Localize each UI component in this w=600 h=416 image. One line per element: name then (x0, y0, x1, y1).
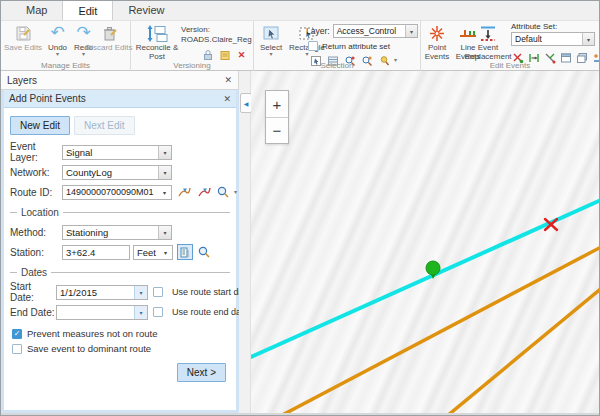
prevent-measures-option: ✓ Prevent measures not on route (12, 328, 230, 339)
versioning-tools: ✕ (201, 48, 248, 61)
station-row: Station: Feet ▾ (10, 244, 230, 260)
station-label: Station: (10, 247, 62, 258)
undo-button[interactable]: ↶ Undo ▾ (45, 23, 70, 57)
discard-edits-button[interactable]: Discard Edits (88, 23, 130, 52)
next-button[interactable]: Next > (177, 363, 226, 382)
post-version-icon[interactable] (218, 48, 231, 61)
next-edit-button[interactable]: Next Edit (74, 116, 135, 135)
end-date-label: End Date: (10, 307, 56, 318)
group-selection: Select ▾ Rectangle ▾ Layer: Access_Contr… (254, 21, 421, 71)
add-point-events-pane: Add Point Events ✕ New Edit Next Edit Ev… (1, 90, 239, 413)
save-edits-button[interactable]: Save Edits (2, 23, 44, 52)
ribbon: Save Edits ↶ Undo ▾ ↷ Redo ▾ Discard Edi… (1, 21, 599, 71)
network-select[interactable]: CountyLog ▾ (62, 165, 172, 180)
layer-dropdown[interactable]: Access_Control ▾ (333, 24, 418, 38)
selection-layer-field: Layer: Access_Control ▾ (306, 24, 418, 38)
method-select[interactable]: Stationing ▾ (62, 225, 172, 240)
app-window: Map Edit Review Save Edits ↶ Undo ▾ ↷ Re… (0, 0, 600, 416)
select-route-on-map-icon[interactable] (176, 184, 192, 200)
version-value: ROADS.Claire_Reg (181, 35, 252, 45)
group-label-versioning: Versioning (131, 61, 253, 70)
pane-title: Add Point Events (9, 93, 86, 104)
next-row: Next > (10, 363, 226, 382)
dropdown-icon: ▾ (582, 33, 594, 45)
zoom-out-button[interactable]: − (266, 117, 288, 143)
event-replacement-icon (477, 23, 499, 43)
unlock-icon[interactable] (201, 48, 214, 61)
add-point-events-header: Add Point Events ✕ (4, 90, 236, 108)
reconcile-post-icon (146, 23, 168, 43)
route-id-row: Route ID: 14900000700090M01 ▾ ▾ (10, 184, 230, 200)
dropdown-icon: ▾ (158, 146, 171, 159)
event-replacement-button[interactable]: Event Replacement (465, 23, 511, 61)
dropdown-icon: ▾ (159, 246, 172, 259)
location-section-label: Location (10, 207, 230, 218)
group-label-selection: Selection (254, 61, 420, 70)
point-events-button[interactable]: Point Events (422, 23, 452, 61)
save-dominant-checkbox[interactable]: ✓ (12, 344, 22, 354)
zoom-route-dropdown-icon[interactable]: ▾ (234, 190, 237, 195)
event-layer-select[interactable]: Signal ▾ (62, 145, 172, 160)
delete-version-icon[interactable]: ✕ (235, 48, 248, 61)
save-icon (14, 23, 33, 43)
save-dominant-label: Save event to dominant route (27, 343, 151, 354)
attribute-set-label: Attribute Set: (511, 22, 557, 31)
method-label: Method: (10, 227, 62, 238)
pane-gutter (239, 71, 251, 413)
zoom-in-button[interactable]: + (266, 91, 288, 117)
prevent-measures-checkbox[interactable]: ✓ (12, 329, 22, 339)
station-input[interactable] (62, 245, 130, 260)
station-unit-select[interactable]: Feet ▾ (133, 245, 173, 260)
select-dropdown-icon[interactable]: ▾ (269, 52, 272, 57)
dropdown-icon: ▾ (158, 226, 171, 239)
route-line-orange-2[interactable] (441, 287, 599, 413)
layers-pane-header: Layers ✕ (1, 71, 239, 90)
pane-close-icon[interactable]: ✕ (223, 94, 231, 104)
dropdown-icon: ▾ (134, 306, 147, 319)
return-attribute-set[interactable]: ✓ Return attribute set (308, 41, 390, 51)
map-graphics (251, 71, 599, 413)
attribute-set-dropdown[interactable]: Default ▾ (511, 32, 595, 46)
undo-icon: ↶ (50, 23, 64, 43)
layers-pane-title: Layers (7, 75, 37, 86)
route-id-combobox[interactable]: 14900000700090M01 ▾ (62, 185, 172, 200)
version-label: Version: (181, 25, 252, 35)
layers-close-icon[interactable]: ✕ (224, 75, 232, 85)
route-id-label: Route ID: (10, 187, 62, 198)
redo-dropdown-icon[interactable]: ▾ (82, 52, 85, 57)
new-edit-button[interactable]: New Edit (10, 116, 70, 135)
use-route-end-checkbox[interactable]: ✓ (153, 307, 163, 317)
map-view[interactable]: + − (251, 71, 599, 413)
trash-icon (100, 23, 119, 43)
event-layer-label: Event Layer: (10, 141, 62, 163)
select-tool-icon (261, 23, 281, 43)
select-button[interactable]: Select ▾ (256, 23, 286, 57)
pick-station-on-map-icon[interactable] (177, 244, 193, 260)
dropdown-icon: ▾ (158, 166, 171, 179)
undo-dropdown-icon[interactable]: ▾ (56, 52, 59, 57)
group-versioning: Reconcile & Post Version: ROADS.Claire_R… (131, 21, 254, 71)
reconcile-post-button[interactable]: Reconcile & Post (135, 23, 179, 61)
dropdown-icon: ▾ (405, 25, 417, 37)
return-attribute-checkbox[interactable]: ✓ (308, 41, 318, 51)
network-label: Network: (10, 167, 62, 178)
dropdown-icon: ▾ (134, 286, 147, 299)
tab-review[interactable]: Review (113, 0, 179, 20)
start-date-label: Start Date: (10, 281, 56, 303)
tab-edit[interactable]: Edit (62, 0, 113, 20)
group-label-manage-edits: Manage Edits (1, 61, 130, 70)
use-route-end-label: Use route end date (172, 307, 249, 317)
end-date-picker[interactable]: ▾ (56, 305, 148, 320)
layer-label: Layer: (306, 26, 330, 36)
start-date-picker[interactable]: 1/1/2015 ▾ (56, 285, 148, 300)
end-date-row: End Date: ▾ ✓ Use route end date (10, 304, 230, 320)
zoom-to-station-icon[interactable] (197, 244, 213, 260)
group-edit-events: Point Events Line Events Event Replaceme… (421, 21, 599, 71)
use-route-start-checkbox[interactable]: ✓ (153, 287, 163, 297)
return-attribute-label: Return attribute set (322, 42, 390, 51)
zoom-to-route-icon[interactable] (216, 184, 232, 200)
point-events-icon (427, 23, 447, 43)
tab-map[interactable]: Map (11, 0, 62, 20)
select-route-from-selection-icon[interactable] (196, 184, 212, 200)
group-manage-edits: Save Edits ↶ Undo ▾ ↷ Redo ▾ Discard Edi… (1, 21, 131, 71)
